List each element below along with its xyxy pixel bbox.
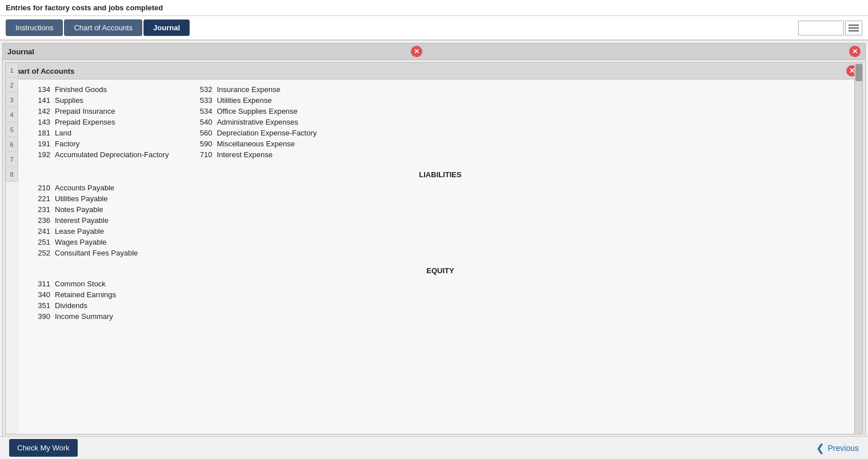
account-number: 241 — [30, 227, 50, 236]
account-number: 251 — [30, 238, 50, 246]
row-number: 2 — [6, 78, 18, 93]
tab-chart-of-accounts[interactable]: Chart of Accounts — [64, 19, 142, 36]
coa-title: Chart of Accounts — [10, 67, 74, 75]
liabilities-list: 210Accounts Payable221Utilities Payable2… — [30, 183, 851, 257]
menu-line-3 — [849, 30, 859, 31]
coa-panel: Chart of Accounts ✕ 12345678 134Finished… — [5, 62, 863, 434]
toolbar-search-input[interactable] — [798, 21, 844, 35]
list-item: 534Office Supplies Expense — [191, 107, 317, 115]
account-name: Utilities Payable — [55, 194, 108, 203]
list-item: 340Retained Earnings — [30, 290, 851, 299]
list-item: 241Lease Payable — [30, 227, 851, 236]
journal-panel: Journal ✕ ✕ Chart of Accounts ✕ 12345678 — [2, 43, 866, 437]
account-number: 143 — [30, 118, 50, 126]
account-name: Notes Payable — [55, 205, 103, 214]
row-number: 3 — [6, 93, 18, 107]
account-number: 191 — [30, 139, 50, 148]
account-number: 181 — [30, 129, 50, 137]
list-item: 134Finished Goods — [30, 85, 169, 94]
account-name: Interest Payable — [55, 216, 109, 225]
account-number: 231 — [30, 205, 50, 214]
list-item: 590Miscellaneous Expense — [191, 139, 317, 148]
journal-header: Journal ✕ ✕ — [3, 43, 865, 60]
list-item: 143Prepaid Expenses — [30, 118, 169, 126]
account-name: Factory — [55, 139, 79, 148]
account-name: Lease Payable — [55, 227, 104, 236]
account-name: Dividends — [55, 301, 87, 310]
check-my-work-button[interactable]: Check My Work — [9, 439, 78, 440]
coa-content[interactable]: 134Finished Goods141Supplies142Prepaid I… — [18, 79, 862, 434]
row-number: 4 — [6, 107, 18, 122]
list-item: 540Administrative Expenses — [191, 118, 317, 126]
account-number: 141 — [30, 96, 50, 105]
list-item: 311Common Stock — [30, 280, 851, 288]
list-item: 710Interest Expense — [191, 150, 317, 159]
account-number: 192 — [30, 150, 50, 159]
journal-close-right[interactable]: ✕ — [849, 46, 861, 57]
account-number: 532 — [191, 85, 212, 94]
equity-header: EQUITY — [30, 266, 851, 275]
account-number: 534 — [191, 107, 212, 115]
list-item: 141Supplies — [30, 96, 169, 105]
scroll-track[interactable] — [854, 63, 862, 434]
row-number: 1 — [6, 63, 18, 78]
account-name: Retained Earnings — [55, 290, 116, 299]
account-number: 710 — [191, 150, 212, 159]
account-number: 311 — [30, 280, 50, 288]
account-name: Miscellaneous Expense — [217, 139, 295, 148]
row-number: 5 — [6, 122, 18, 137]
tab-instructions[interactable]: Instructions — [6, 19, 63, 36]
list-item: 351Dividends — [30, 301, 851, 310]
coa-header: Chart of Accounts ✕ — [6, 63, 862, 79]
account-number: 221 — [30, 194, 50, 203]
list-item: 191Factory — [30, 139, 169, 148]
account-number: 390 — [30, 312, 50, 321]
account-number: 560 — [191, 129, 212, 137]
account-name: Wages Payable — [55, 238, 107, 246]
account-name: Administrative Expenses — [217, 118, 298, 126]
account-name: Office Supplies Expense — [217, 107, 297, 115]
page-title: Entries for factory costs and jobs compl… — [0, 0, 868, 16]
account-name: Consultant Fees Payable — [55, 249, 138, 257]
list-item: 236Interest Payable — [30, 216, 851, 225]
account-name: Land — [55, 129, 71, 137]
account-name: Prepaid Expenses — [55, 118, 115, 126]
list-item: 390Income Summary — [30, 312, 851, 321]
list-item: 251Wages Payable — [30, 238, 851, 246]
journal-close-middle[interactable]: ✕ — [411, 46, 422, 57]
account-name: Accounts Payable — [55, 183, 114, 192]
tab-journal[interactable]: Journal — [143, 19, 190, 36]
account-number: 540 — [191, 118, 212, 126]
menu-line-1 — [849, 25, 859, 26]
bottom-bar: Check My Work ❮ Previous — [0, 436, 868, 440]
list-item: 221Utilities Payable — [30, 194, 851, 203]
journal-title: Journal — [7, 47, 34, 56]
account-number: 210 — [30, 183, 50, 192]
coa-top-columns: 134Finished Goods141Supplies142Prepaid I… — [30, 85, 851, 161]
list-item: 560Depreciation Expense-Factory — [191, 129, 317, 137]
list-item: 192Accumulated Depreciation-Factory — [30, 150, 169, 159]
toolbar: Instructions Chart of Accounts Journal — [0, 16, 868, 41]
list-item: 231Notes Payable — [30, 205, 851, 214]
equity-list: 311Common Stock340Retained Earnings351Di… — [30, 280, 851, 321]
account-number: 351 — [30, 301, 50, 310]
list-item: 533Utilities Expense — [191, 96, 317, 105]
list-item: 210Accounts Payable — [30, 183, 851, 192]
row-number: 7 — [6, 152, 18, 167]
account-number: 142 — [30, 107, 50, 115]
account-number: 590 — [191, 139, 212, 148]
main-area: Journal ✕ ✕ Chart of Accounts ✕ 12345678 — [0, 43, 868, 437]
list-item: 181Land — [30, 129, 169, 137]
account-name: Utilities Expense — [217, 96, 271, 105]
row-number: 8 — [6, 167, 18, 182]
account-name: Prepaid Insurance — [55, 107, 115, 115]
toolbar-menu-button[interactable] — [845, 21, 862, 35]
account-name: Depreciation Expense-Factory — [217, 129, 317, 137]
account-name: Common Stock — [55, 280, 106, 288]
account-number: 252 — [30, 249, 50, 257]
account-name: Supplies — [55, 96, 83, 105]
account-name: Interest Expense — [217, 150, 273, 159]
coa-left-col: 134Finished Goods141Supplies142Prepaid I… — [30, 85, 169, 161]
account-name: Income Summary — [55, 312, 113, 321]
list-item: 142Prepaid Insurance — [30, 107, 169, 115]
